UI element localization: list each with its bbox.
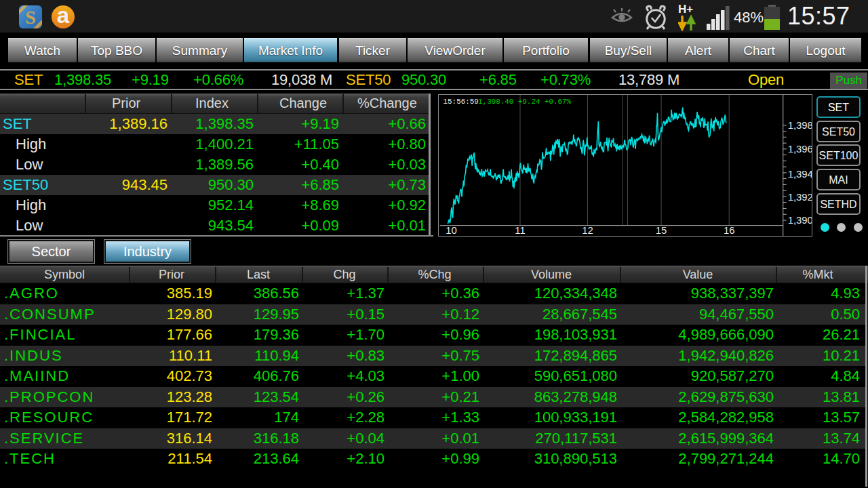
svg-text:1,394: 1,394 (788, 169, 812, 180)
svg-text:1,390: 1,390 (788, 215, 812, 226)
svg-text:1,392: 1,392 (788, 192, 812, 203)
svg-text:1,398.40 +9.24 +0.67%: 1,398.40 +9.24 +0.67% (478, 98, 572, 106)
svg-text:15:56:59: 15:56:59 (443, 98, 479, 106)
svg-text:S: S (25, 7, 36, 28)
svg-text:1,398: 1,398 (788, 120, 812, 131)
svg-text:11: 11 (515, 225, 525, 236)
svg-text:12: 12 (582, 225, 593, 236)
svg-text:1,396: 1,396 (788, 144, 812, 155)
svg-text:16: 16 (724, 225, 735, 236)
svg-text:15: 15 (656, 225, 667, 236)
svg-text:10: 10 (446, 225, 457, 236)
